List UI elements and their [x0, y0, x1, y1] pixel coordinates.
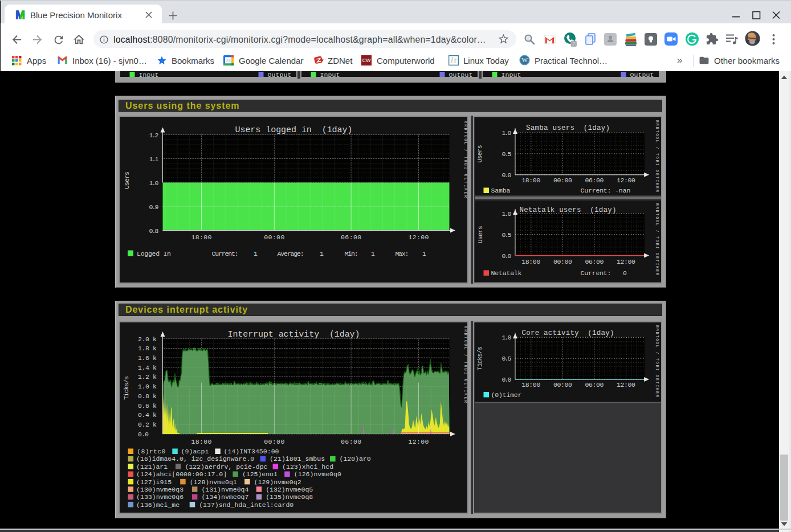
svg-text:(130)nvme0q3: (130)nvme0q3	[136, 486, 184, 493]
svg-text:(127)i915: (127)i915	[136, 478, 172, 486]
svg-text:Current:: Current:	[580, 187, 611, 194]
svg-text:0.4 k: 0.4 k	[138, 411, 157, 419]
svg-text:(14)INT3450:00: (14)INT3450:00	[223, 448, 279, 455]
svg-text:(133)nvme0q6: (133)nvme0q6	[136, 493, 184, 501]
svg-text:CW: CW	[362, 58, 371, 63]
svg-text:(128)nvme0q1: (128)nvme0q1	[189, 478, 237, 486]
svg-text:1.8 k: 1.8 k	[138, 345, 157, 352]
svg-text:1.6 k: 1.6 k	[138, 354, 157, 362]
svg-text:Users logged in (1day): Users logged in (1day)	[235, 125, 352, 134]
svg-text:Users: Users	[476, 226, 483, 243]
svg-text:0: 0	[623, 269, 627, 277]
svg-text:0.8 k: 0.8 k	[138, 392, 157, 400]
svg-text:12:00: 12:00	[408, 438, 429, 445]
svg-text:0.0: 0.0	[501, 376, 511, 383]
svg-text:1: 1	[371, 250, 375, 257]
svg-text:Output: Output	[449, 71, 473, 77]
svg-text:0.6 k: 0.6 k	[138, 402, 157, 410]
svg-text:0.5: 0.5	[501, 150, 511, 157]
svg-text:Average:: Average:	[277, 250, 304, 257]
svg-text:Interrupt activity (1day): Interrupt activity (1day)	[227, 330, 360, 339]
svg-text:Ticks/s: Ticks/s	[123, 376, 130, 400]
svg-text:Output: Output	[630, 71, 654, 77]
svg-text:12:00: 12:00	[617, 258, 635, 265]
svg-text:Samba users (1day): Samba users (1day)	[526, 124, 610, 132]
svg-text:(125)eno1: (125)eno1	[242, 470, 277, 478]
svg-text:1.2: 1.2	[149, 131, 158, 138]
svg-text:Netatalk: Netatalk	[491, 269, 521, 277]
svg-text:00:00: 00:00	[264, 438, 284, 445]
svg-text:1: 1	[422, 250, 426, 257]
svg-text:1.0: 1.0	[501, 210, 511, 218]
svg-text:06:00: 06:00	[585, 381, 604, 388]
svg-text:RRDTOOL / TOBI OETIKER: RRDTOOL / TOBI OETIKER	[654, 203, 659, 275]
svg-text:Min:: Min:	[344, 250, 358, 257]
svg-text:18:00: 18:00	[191, 438, 211, 445]
svg-text:00:00: 00:00	[264, 233, 284, 240]
svg-text:(121)ar1: (121)ar1	[136, 463, 168, 470]
svg-text:(134)nvme0q7: (134)nvme0q7	[201, 493, 248, 501]
svg-text:-nan: -nan	[614, 187, 630, 194]
svg-text:00:00: 00:00	[553, 258, 572, 265]
svg-text:0.0: 0.0	[501, 252, 511, 260]
svg-text:0.5: 0.5	[501, 231, 511, 239]
svg-text:(124)ahci[0000:00:17.0]: (124)ahci[0000:00:17.0]	[136, 470, 227, 478]
svg-text:Users: Users	[476, 145, 483, 162]
svg-text:(9)acpi: (9)acpi	[181, 448, 209, 455]
svg-text:2.0 k: 2.0 k	[138, 335, 157, 343]
svg-text:1: 1	[320, 250, 324, 257]
svg-text:06:00: 06:00	[341, 233, 361, 240]
svg-text:0.8: 0.8	[149, 227, 158, 234]
svg-text:Users: Users	[123, 171, 131, 189]
svg-text:(123)xhci_hcd: (123)xhci_hcd	[282, 463, 333, 470]
svg-text:(16)idma64.0, i2c_designware.0: (16)idma64.0, i2c_designware.0	[136, 455, 254, 463]
svg-text:Ticks/s: Ticks/s	[476, 346, 483, 370]
svg-text:(129)nvme0q2: (129)nvme0q2	[254, 478, 301, 486]
svg-text:Core activity (1day): Core activity (1day)	[521, 329, 614, 337]
svg-text:(0)timer: (0)timer	[491, 391, 521, 399]
svg-text:Input: Input	[320, 71, 340, 77]
svg-text:?: ?	[572, 41, 575, 47]
svg-text:1.0: 1.0	[501, 334, 511, 341]
svg-text:Netatalk users (1day): Netatalk users (1day)	[519, 206, 616, 214]
svg-text:06:00: 06:00	[341, 438, 361, 445]
svg-text:0.0: 0.0	[138, 431, 149, 438]
svg-text:Output: Output	[268, 71, 292, 77]
svg-text:06:00: 06:00	[585, 258, 604, 265]
svg-text:RRDTOOL / TOBI OETIKER: RRDTOOL / TOBI OETIKER	[654, 325, 659, 397]
svg-text:12:00: 12:00	[408, 233, 429, 240]
svg-text:0.2 k: 0.2 k	[138, 421, 157, 428]
svg-text:Input: Input	[139, 71, 159, 77]
svg-text:M: M	[15, 9, 25, 20]
svg-text:t: t	[454, 56, 457, 65]
svg-text:0.5: 0.5	[501, 355, 511, 362]
svg-text:18:00: 18:00	[521, 258, 540, 265]
svg-text:18:00: 18:00	[521, 177, 540, 184]
svg-text:1.2 k: 1.2 k	[138, 373, 157, 380]
svg-text:12:00: 12:00	[617, 381, 635, 388]
svg-text:(135)nvme0q8: (135)nvme0q8	[266, 493, 313, 501]
svg-text:0.9: 0.9	[149, 203, 158, 210]
svg-text:00:00: 00:00	[553, 177, 572, 184]
svg-text:1.1: 1.1	[149, 155, 158, 162]
svg-text:Samba: Samba	[491, 187, 510, 194]
svg-text:18:00: 18:00	[521, 381, 540, 388]
svg-text:RRDTOOL / TOBI OETIKER: RRDTOOL / TOBI OETIKER	[654, 120, 659, 192]
svg-text:1.0: 1.0	[149, 179, 158, 186]
svg-text:06:00: 06:00	[585, 177, 604, 184]
svg-text:12:00: 12:00	[617, 177, 635, 184]
svg-text:W: W	[521, 56, 528, 63]
svg-text:(126)nvme0q0: (126)nvme0q0	[293, 470, 341, 478]
svg-text:Logged In: Logged In	[137, 250, 171, 257]
svg-text:(136)mei_me: (136)mei_me	[136, 501, 180, 509]
svg-text:(137)snd_hda_intel:card0: (137)snd_hda_intel:card0	[199, 501, 293, 509]
svg-text:Max:: Max:	[395, 250, 409, 257]
svg-text:1: 1	[254, 250, 258, 257]
svg-text:(8)rtc0: (8)rtc0	[137, 448, 165, 455]
svg-text:Current:: Current:	[580, 269, 611, 277]
svg-text:1.0 k: 1.0 k	[138, 383, 157, 390]
svg-text:(132)nvme0q5: (132)nvme0q5	[266, 486, 313, 493]
svg-text:(120)ar0: (120)ar0	[339, 455, 370, 463]
svg-text:1.4 k: 1.4 k	[138, 364, 157, 371]
svg-text:00:00: 00:00	[553, 381, 572, 388]
